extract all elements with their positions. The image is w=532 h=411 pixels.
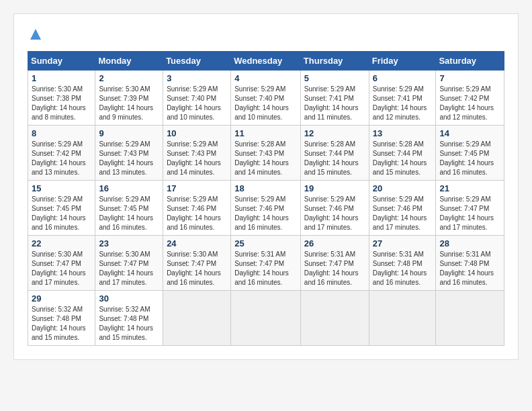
day-number: 2	[99, 73, 159, 83]
day-number: 13	[373, 128, 433, 138]
calendar-day-cell: 27Sunrise: 5:31 AMSunset: 7:48 PMDayligh…	[369, 236, 436, 291]
calendar-day-cell	[300, 291, 369, 346]
calendar-week-row: 29Sunrise: 5:32 AMSunset: 7:48 PMDayligh…	[28, 291, 504, 346]
day-number: 29	[32, 293, 91, 304]
calendar-day-cell: 24Sunrise: 5:30 AMSunset: 7:47 PMDayligh…	[163, 236, 231, 291]
calendar-day-cell: 12Sunrise: 5:28 AMSunset: 7:44 PMDayligh…	[300, 126, 369, 181]
header-sunday: Sunday	[28, 52, 95, 71]
header-wednesday: Wednesday	[231, 52, 301, 71]
calendar-day-cell	[436, 291, 504, 346]
header-monday: Monday	[95, 52, 163, 71]
day-info: Sunrise: 5:30 AMSunset: 7:47 PMDaylight:…	[99, 250, 159, 287]
calendar-day-cell: 10Sunrise: 5:29 AMSunset: 7:43 PMDayligh…	[163, 126, 231, 181]
day-number: 25	[234, 238, 297, 248]
day-info: Sunrise: 5:31 AMSunset: 7:47 PMDaylight:…	[234, 250, 297, 287]
calendar: SundayMondayTuesdayWednesdayThursdayFrid…	[28, 51, 504, 346]
calendar-day-cell: 1Sunrise: 5:30 AMSunset: 7:38 PMDaylight…	[28, 71, 95, 126]
calendar-week-row: 22Sunrise: 5:30 AMSunset: 7:47 PMDayligh…	[28, 236, 504, 291]
calendar-day-cell: 23Sunrise: 5:30 AMSunset: 7:47 PMDayligh…	[95, 236, 163, 291]
calendar-day-cell: 3Sunrise: 5:29 AMSunset: 7:40 PMDaylight…	[163, 71, 231, 126]
calendar-day-cell: 13Sunrise: 5:28 AMSunset: 7:44 PMDayligh…	[369, 126, 436, 181]
day-number: 28	[439, 238, 500, 248]
day-info: Sunrise: 5:29 AMSunset: 7:47 PMDaylight:…	[439, 195, 500, 232]
day-number: 21	[439, 183, 500, 193]
day-number: 3	[167, 73, 227, 83]
day-info: Sunrise: 5:28 AMSunset: 7:44 PMDaylight:…	[373, 140, 433, 177]
day-info: Sunrise: 5:29 AMSunset: 7:43 PMDaylight:…	[167, 140, 227, 177]
calendar-day-cell: 25Sunrise: 5:31 AMSunset: 7:47 PMDayligh…	[231, 236, 301, 291]
calendar-day-cell	[231, 291, 301, 346]
calendar-day-cell: 29Sunrise: 5:32 AMSunset: 7:48 PMDayligh…	[28, 291, 95, 346]
logo	[28, 28, 42, 44]
day-number: 5	[304, 73, 365, 83]
day-number: 11	[234, 128, 297, 138]
calendar-header-row: SundayMondayTuesdayWednesdayThursdayFrid…	[28, 52, 504, 71]
day-number: 4	[234, 73, 297, 83]
calendar-day-cell: 28Sunrise: 5:31 AMSunset: 7:48 PMDayligh…	[436, 236, 504, 291]
day-number: 9	[99, 128, 159, 138]
calendar-day-cell: 30Sunrise: 5:32 AMSunset: 7:48 PMDayligh…	[95, 291, 163, 346]
day-number: 7	[439, 73, 500, 83]
day-info: Sunrise: 5:30 AMSunset: 7:38 PMDaylight:…	[32, 85, 91, 122]
day-info: Sunrise: 5:29 AMSunset: 7:45 PMDaylight:…	[439, 140, 500, 177]
day-info: Sunrise: 5:29 AMSunset: 7:40 PMDaylight:…	[167, 85, 227, 122]
calendar-day-cell: 15Sunrise: 5:29 AMSunset: 7:45 PMDayligh…	[28, 181, 95, 236]
day-number: 16	[99, 183, 159, 193]
day-number: 27	[373, 238, 433, 248]
header	[28, 28, 504, 44]
day-info: Sunrise: 5:29 AMSunset: 7:40 PMDaylight:…	[234, 85, 297, 122]
day-number: 24	[167, 238, 227, 248]
calendar-day-cell: 5Sunrise: 5:29 AMSunset: 7:41 PMDaylight…	[300, 71, 369, 126]
calendar-day-cell: 16Sunrise: 5:29 AMSunset: 7:45 PMDayligh…	[95, 181, 163, 236]
day-info: Sunrise: 5:30 AMSunset: 7:39 PMDaylight:…	[99, 85, 159, 122]
day-info: Sunrise: 5:29 AMSunset: 7:41 PMDaylight:…	[304, 85, 365, 122]
calendar-day-cell: 4Sunrise: 5:29 AMSunset: 7:40 PMDaylight…	[231, 71, 301, 126]
day-number: 10	[167, 128, 227, 138]
day-number: 22	[32, 238, 91, 248]
day-info: Sunrise: 5:29 AMSunset: 7:42 PMDaylight:…	[439, 85, 500, 122]
day-info: Sunrise: 5:29 AMSunset: 7:41 PMDaylight:…	[373, 85, 433, 122]
calendar-day-cell: 18Sunrise: 5:29 AMSunset: 7:46 PMDayligh…	[231, 181, 301, 236]
header-tuesday: Tuesday	[163, 52, 231, 71]
header-friday: Friday	[369, 52, 436, 71]
calendar-day-cell: 9Sunrise: 5:29 AMSunset: 7:43 PMDaylight…	[95, 126, 163, 181]
day-number: 30	[99, 293, 159, 304]
calendar-day-cell: 26Sunrise: 5:31 AMSunset: 7:47 PMDayligh…	[300, 236, 369, 291]
day-info: Sunrise: 5:31 AMSunset: 7:47 PMDaylight:…	[304, 250, 365, 287]
day-info: Sunrise: 5:28 AMSunset: 7:44 PMDaylight:…	[304, 140, 365, 177]
day-number: 20	[373, 183, 433, 193]
calendar-day-cell	[163, 291, 231, 346]
day-number: 18	[234, 183, 297, 193]
day-number: 19	[304, 183, 365, 193]
calendar-week-row: 8Sunrise: 5:29 AMSunset: 7:42 PMDaylight…	[28, 126, 504, 181]
day-info: Sunrise: 5:29 AMSunset: 7:46 PMDaylight:…	[373, 195, 433, 232]
day-info: Sunrise: 5:29 AMSunset: 7:46 PMDaylight:…	[234, 195, 297, 232]
day-info: Sunrise: 5:29 AMSunset: 7:46 PMDaylight:…	[304, 195, 365, 232]
day-info: Sunrise: 5:31 AMSunset: 7:48 PMDaylight:…	[373, 250, 433, 287]
day-info: Sunrise: 5:29 AMSunset: 7:45 PMDaylight:…	[99, 195, 159, 232]
day-info: Sunrise: 5:32 AMSunset: 7:48 PMDaylight:…	[32, 305, 91, 342]
header-thursday: Thursday	[300, 52, 369, 71]
day-number: 17	[167, 183, 227, 193]
day-number: 26	[304, 238, 365, 248]
calendar-day-cell: 14Sunrise: 5:29 AMSunset: 7:45 PMDayligh…	[436, 126, 504, 181]
calendar-day-cell: 7Sunrise: 5:29 AMSunset: 7:42 PMDaylight…	[436, 71, 504, 126]
calendar-week-row: 1Sunrise: 5:30 AMSunset: 7:38 PMDaylight…	[28, 71, 504, 126]
calendar-day-cell: 8Sunrise: 5:29 AMSunset: 7:42 PMDaylight…	[28, 126, 95, 181]
day-info: Sunrise: 5:29 AMSunset: 7:46 PMDaylight:…	[167, 195, 227, 232]
calendar-day-cell: 21Sunrise: 5:29 AMSunset: 7:47 PMDayligh…	[436, 181, 504, 236]
day-number: 1	[32, 73, 91, 83]
day-info: Sunrise: 5:28 AMSunset: 7:43 PMDaylight:…	[234, 140, 297, 177]
calendar-day-cell: 19Sunrise: 5:29 AMSunset: 7:46 PMDayligh…	[300, 181, 369, 236]
calendar-day-cell	[369, 291, 436, 346]
calendar-week-row: 15Sunrise: 5:29 AMSunset: 7:45 PMDayligh…	[28, 181, 504, 236]
calendar-day-cell: 20Sunrise: 5:29 AMSunset: 7:46 PMDayligh…	[369, 181, 436, 236]
day-number: 8	[32, 128, 91, 138]
day-number: 23	[99, 238, 159, 248]
day-info: Sunrise: 5:29 AMSunset: 7:45 PMDaylight:…	[32, 195, 91, 232]
logo-icon	[29, 28, 42, 41]
day-info: Sunrise: 5:32 AMSunset: 7:48 PMDaylight:…	[99, 305, 159, 342]
calendar-day-cell: 6Sunrise: 5:29 AMSunset: 7:41 PMDaylight…	[369, 71, 436, 126]
calendar-day-cell: 11Sunrise: 5:28 AMSunset: 7:43 PMDayligh…	[231, 126, 301, 181]
day-number: 6	[373, 73, 433, 83]
